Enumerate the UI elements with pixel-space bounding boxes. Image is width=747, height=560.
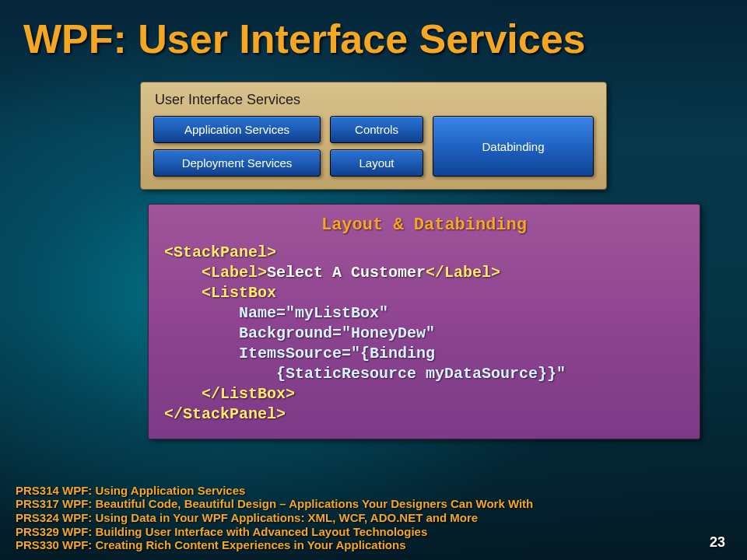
code-line: Background="HoneyDew" [164,324,684,344]
page-number: 23 [710,534,725,551]
box-application-services: Application Services [153,116,321,143]
code-line: </StackPanel> [164,404,684,425]
slide: WPF: User Interface Services User Interf… [0,0,747,560]
code-title: Layout & Databinding [164,215,684,235]
box-deployment-services: Deployment Services [153,149,321,177]
uis-panel-heading: User Interface Services [155,92,594,108]
code-line: <Label>Select A Customer</Label> [164,263,684,283]
uis-col3: Databinding [433,116,594,177]
code-line: <ListBox [164,283,684,303]
session-item: PRS314 WPF: Using Application Services [16,484,533,498]
session-item: PRS330 WPF: Creating Rich Content Experi… [16,538,533,552]
box-controls: Controls [330,116,423,143]
code-line: </ListBox> [164,384,684,404]
box-layout: Layout [330,149,423,177]
session-item: PRS324 WPF: Using Data in Your WPF Appli… [16,511,533,525]
uis-grid: Application Services Deployment Services… [153,116,594,177]
uis-panel: User Interface Services Application Serv… [140,82,607,190]
uis-col1: Application Services Deployment Services [153,116,321,177]
session-item: PRS317 WPF: Beautiful Code, Beautiful De… [16,497,533,511]
slide-title: WPF: User Interface Services [23,16,724,62]
session-list: PRS314 WPF: Using Application ServicesPR… [16,484,533,552]
uis-col2: Controls Layout [330,116,423,177]
code-line: {StaticResource myDataSource}}" [164,364,684,384]
code-block: <StackPanel> <Label>Select A Customer</L… [164,243,684,425]
session-item: PRS329 WPF: Building User Interface with… [16,525,533,539]
code-line: <StackPanel> [164,243,684,263]
code-line: Name="myListBox" [164,303,684,324]
box-databinding: Databinding [433,116,594,177]
code-panel: Layout & Databinding <StackPanel> <Label… [148,204,700,439]
code-line: ItemsSource="{Binding [164,344,684,364]
